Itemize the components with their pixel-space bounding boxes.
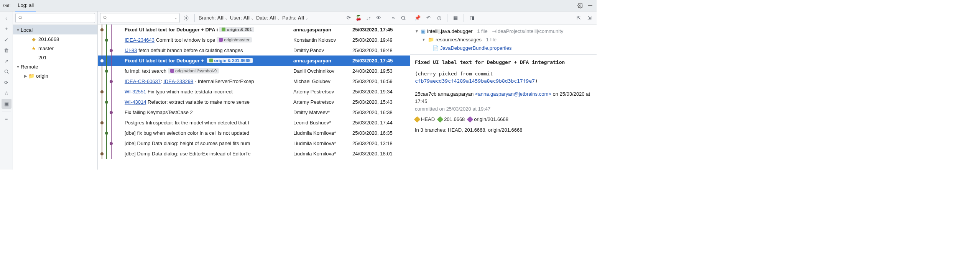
commit-date: 24/03/2020, 18:01 xyxy=(351,151,410,157)
tag-icon xyxy=(467,116,474,122)
history-icon[interactable]: ◷ xyxy=(435,14,443,22)
issue-link[interactable]: WI-32551 xyxy=(125,89,146,95)
minimize-icon[interactable] xyxy=(587,2,594,9)
filter-paths[interactable]: Paths: All xyxy=(282,15,308,21)
layout-icon[interactable]: ◨ xyxy=(468,14,476,22)
ref-badge[interactable]: origin/master xyxy=(217,37,252,42)
star-icon: ★ xyxy=(31,46,37,51)
email-link[interactable]: <anna.gasparyan@jetbrains.com> xyxy=(475,91,551,97)
commit-author: Daniil Ovchinnikov xyxy=(293,68,351,74)
branch-group-local[interactable]: ▼Local xyxy=(13,25,97,34)
push-icon[interactable]: ↓↑ xyxy=(364,14,373,22)
refresh-icon[interactable]: ⟳ xyxy=(344,14,353,22)
branch-group-remote[interactable]: ▼Remote xyxy=(13,62,97,71)
gear-icon[interactable] xyxy=(577,2,584,9)
tree-folder[interactable]: ▼📁resources/messages 1 file xyxy=(414,35,593,44)
commit-date: 25/03/2020, 17:45 xyxy=(351,58,410,64)
cherry-pick-icon[interactable]: 🍒 xyxy=(354,14,363,22)
commit-row[interactable]: [dbe] Dump Data dialog: height of source… xyxy=(98,138,410,149)
commit-date: 25/03/2020, 16:38 xyxy=(351,109,410,115)
commit-row[interactable]: [dbe] Dump Data dialog: use EditorEx ins… xyxy=(98,149,410,159)
commit-date: 25/03/2020, 19:34 xyxy=(351,89,410,95)
commit-author-line: 25cae7cb anna.gasparyan <anna.gasparyan@… xyxy=(415,90,592,105)
svg-point-0 xyxy=(579,5,581,7)
group-icon[interactable]: ▦ xyxy=(451,14,460,22)
filter-date[interactable]: Date: All xyxy=(256,15,280,21)
plus-icon[interactable]: ＋ xyxy=(2,24,12,34)
commit-row[interactable]: WI-43014 Refactor: extract variable to m… xyxy=(98,97,410,107)
commit-author: Leonid Bushuev* xyxy=(293,120,351,126)
commit-author: anna.gasparyan xyxy=(293,58,351,64)
commit-author: Dmitry Matveev* xyxy=(293,109,351,115)
commit-author: Liudmila Kornilova* xyxy=(293,140,351,146)
group-label: Remote xyxy=(21,64,38,70)
commit-date: 25/03/2020, 16:59 xyxy=(351,78,410,84)
undo-icon[interactable]: ↶ xyxy=(424,14,432,22)
commit-row[interactable]: Fixed UI label text for Debugger + origi… xyxy=(98,56,410,66)
branch-item[interactable]: ◆201.6668 xyxy=(13,34,97,44)
collapse-icon[interactable]: ⇲ xyxy=(585,14,594,22)
commit-row[interactable]: IJI-83 fetch default branch before calcu… xyxy=(98,45,410,56)
commit-author: anna.gasparyan xyxy=(293,27,351,33)
tag-icon xyxy=(209,59,213,62)
incoming-icon[interactable]: ↙ xyxy=(2,34,12,44)
outgoing-icon[interactable]: ↗ xyxy=(2,56,12,66)
commit-row[interactable]: IDEA-CR-60637: IDEA-233298 - InternalSer… xyxy=(98,76,410,87)
ref-badge[interactable]: origin/daniil/symbol-9 xyxy=(168,68,219,73)
commit-row[interactable]: Fix failing KeymapsTestCase 2Dmitry Matv… xyxy=(98,107,410,118)
ref-badge[interactable]: origin & 201.6668 xyxy=(207,58,253,63)
folder-icon: 📁 xyxy=(428,37,434,42)
tag-icon xyxy=(222,28,225,31)
ref-tag[interactable]: 201.6668 xyxy=(438,116,465,123)
ref-tag[interactable]: origin/201.6668 xyxy=(468,116,508,123)
changed-files-tree: ▼▣intellij.java.debugger 1 file ~/IdeaPr… xyxy=(410,24,597,55)
titlebar: Git: Log: all xyxy=(0,0,597,11)
commit-date: 25/03/2020, 19:48 xyxy=(351,47,410,53)
layout-toggle-icon[interactable]: ▣ xyxy=(2,99,12,109)
search-icon[interactable] xyxy=(2,67,12,77)
filter-gear-icon[interactable] xyxy=(182,14,191,22)
settings-stack-icon[interactable]: ≡ xyxy=(2,114,12,124)
tag-icon xyxy=(170,69,174,73)
issue-link[interactable]: IDEA-CR-60637 xyxy=(125,78,161,84)
branch-item[interactable]: 201 xyxy=(13,53,97,62)
commit-row[interactable]: IDEA-234643 Commit tool window is opeori… xyxy=(98,35,410,45)
commit-date: 25/03/2020, 17:45 xyxy=(351,27,410,33)
filter-branch[interactable]: Branch: All xyxy=(199,15,228,21)
branch-search-input[interactable] xyxy=(15,13,95,23)
commit-committed-line: committed on 25/03/2020 at 19:47 xyxy=(415,105,592,113)
refresh-icon[interactable]: ⟳ xyxy=(2,77,12,87)
details-panel: 📌 ↶ ◷ ▦ ◨ ⇱ ⇲ ▼▣intellij.java.debugger 1… xyxy=(410,11,597,170)
issue-link[interactable]: WI-43014 xyxy=(125,99,146,105)
expand-icon[interactable]: ⇱ xyxy=(574,14,583,22)
tree-file[interactable]: 📄JavaDebuggerBundle.properties xyxy=(414,44,593,52)
commit-row[interactable]: Fixed UI label text for Debugger + DFA i… xyxy=(98,24,410,35)
tree-module[interactable]: ▼▣intellij.java.debugger 1 file ~/IdeaPr… xyxy=(414,27,593,35)
commit-author: Konstantin Kolosov xyxy=(293,37,351,43)
branch-item[interactable]: ★master xyxy=(13,44,97,53)
log-search-input[interactable]: ⌄ xyxy=(100,13,180,23)
commit-hash-link[interactable]: cfb79aecd39cf4289a1459ba8ec9b8d3bc17f9e7 xyxy=(415,78,535,84)
eye-icon[interactable]: 👁 xyxy=(374,14,383,22)
commit-row[interactable]: Postgres Introspector: fix the model whe… xyxy=(98,118,410,128)
trash-icon[interactable]: 🗑 xyxy=(2,45,12,55)
ref-tag[interactable]: HEAD xyxy=(415,116,435,123)
ref-badge[interactable]: origin & 201 xyxy=(219,27,254,32)
more-icon[interactable]: » xyxy=(389,14,398,22)
commit-row[interactable]: [dbe] fix bug when selection color in a … xyxy=(98,128,410,138)
branch-item-origin[interactable]: ▶📁origin xyxy=(13,71,97,80)
search-icon xyxy=(18,15,23,21)
chevron-left-icon[interactable]: ‹ xyxy=(2,13,12,23)
find-icon[interactable] xyxy=(399,14,408,22)
issue-link[interactable]: IDEA-233298 xyxy=(163,78,193,84)
filter-user[interactable]: User: All xyxy=(230,15,254,21)
star-icon[interactable]: ☆ xyxy=(2,88,12,98)
tag-icon: ◆ xyxy=(31,36,37,42)
issue-link[interactable]: IDEA-234643 xyxy=(125,37,155,43)
commit-author: Liudmila Kornilova* xyxy=(293,151,351,157)
commit-row[interactable]: fu impl: text searchorigin/daniil/symbol… xyxy=(98,66,410,76)
issue-link[interactable]: IJI-83 xyxy=(125,47,137,53)
pin-icon[interactable]: 📌 xyxy=(413,14,422,22)
tab-log-all[interactable]: Log: all xyxy=(15,0,36,11)
commit-row[interactable]: WI-32551 Fix typo which made testdata in… xyxy=(98,87,410,97)
